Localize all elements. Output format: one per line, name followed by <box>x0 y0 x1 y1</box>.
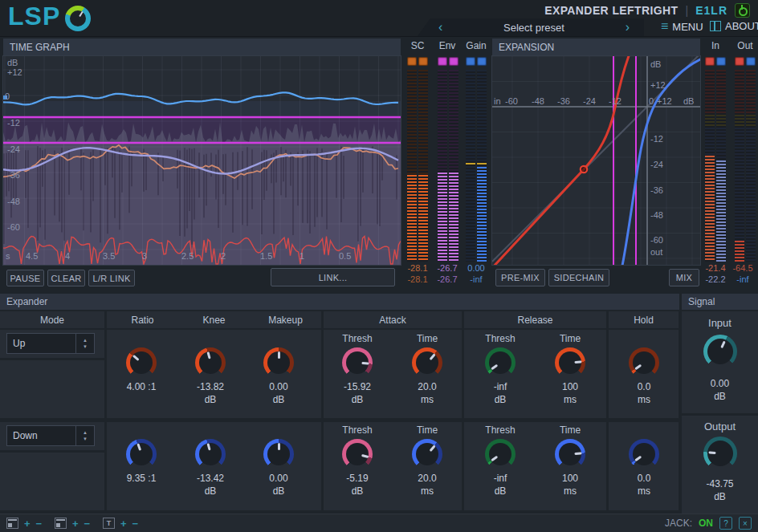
out-left-toggle[interactable] <box>735 57 744 66</box>
pre-mix-button[interactable]: PRE-MIX <box>495 269 545 286</box>
tg-db-label: -24 <box>7 144 20 154</box>
zoom-in-button[interactable]: + <box>24 518 31 529</box>
zoom-out-button[interactable]: − <box>132 518 139 529</box>
attack-thresh-value: -15.92 <box>344 381 371 394</box>
gain-right-toggle[interactable] <box>477 57 487 66</box>
ratio-cell: 4.00 :1 <box>107 331 176 407</box>
attack-thresh-knob[interactable] <box>342 439 373 469</box>
mix-button[interactable]: MIX <box>669 269 699 286</box>
exp-x-label: -48 <box>532 96 544 106</box>
attack-time-knob[interactable] <box>412 439 442 469</box>
hold-knob[interactable] <box>629 439 659 469</box>
tg-time-label: 3.5 <box>103 251 115 261</box>
release-thresh-cell: Thresh -inf dB <box>466 422 535 498</box>
out-right-toggle[interactable] <box>746 57 756 66</box>
makeup-knob[interactable] <box>263 347 294 378</box>
gain-meter-label: Gain <box>463 40 490 51</box>
sc-left-toggle[interactable] <box>407 57 417 66</box>
attack-time-cell: Time 20.0 ms <box>393 331 462 407</box>
release-thresh-value: -inf <box>494 381 507 394</box>
knee-cell: -13.82 dB <box>176 331 245 407</box>
mode-column-header: Mode <box>0 311 104 328</box>
tg-db-label: +12 <box>7 67 22 77</box>
ratio-knob[interactable] <box>126 439 157 469</box>
title-separator: | <box>686 4 689 17</box>
ratio-header: Ratio <box>107 315 178 326</box>
attack-time-unit: ms <box>421 485 434 498</box>
out-value-left: -64.5 <box>725 263 758 273</box>
jack-label: JACK: <box>665 518 692 529</box>
zoom-in-button[interactable]: + <box>120 518 127 529</box>
zoom-out-button[interactable]: − <box>36 518 43 529</box>
sidechain-button[interactable]: SIDECHAIN <box>548 269 609 286</box>
preset-select[interactable]: Select preset <box>446 22 621 34</box>
tg-db-label: -36 <box>7 170 20 180</box>
disconnect-button[interactable]: × <box>739 517 752 530</box>
release-time-knob[interactable] <box>555 439 585 469</box>
hold-knob[interactable] <box>629 347 659 378</box>
attack-time-unit: ms <box>421 394 434 407</box>
mode-select-down[interactable]: Down ▲▼ <box>6 425 95 446</box>
graph-zoom-icon <box>55 518 67 529</box>
gear-logo-icon <box>64 5 92 32</box>
output-gain-unit: dB <box>714 491 726 504</box>
attack-thresh-unit: dB <box>352 394 364 407</box>
zoom-in-button[interactable]: + <box>72 518 79 529</box>
env-left-toggle[interactable] <box>438 57 447 66</box>
preset-bar: ‹ Select preset › <box>418 18 644 36</box>
attack-time-knob[interactable] <box>412 347 442 378</box>
release-time-cell: Time 100 ms <box>536 331 605 407</box>
sc-right-toggle[interactable] <box>418 57 428 66</box>
release-thresh-cell: Thresh -inf dB <box>466 331 535 407</box>
preset-prev-button[interactable]: ‹ <box>435 21 446 34</box>
zoom-out-button[interactable]: − <box>84 518 91 529</box>
mode-select-up[interactable]: Up ▲▼ <box>6 333 95 354</box>
knee-unit: dB <box>205 394 217 407</box>
ratio-knob[interactable] <box>126 347 157 378</box>
release-thresh-knob[interactable] <box>485 347 516 378</box>
power-button[interactable] <box>735 3 750 18</box>
lr-link-button[interactable]: L/R LINK <box>88 270 135 286</box>
input-gain-knob[interactable] <box>703 335 737 368</box>
release-time-knob[interactable] <box>555 347 585 378</box>
attack-thresh-unit: dB <box>352 485 364 498</box>
expansion-graph[interactable]: in -60 -48 -36 -24 -12 0 +12 dB dB +12 -… <box>492 56 700 265</box>
tg-db-label: -60 <box>7 222 20 232</box>
output-label: Output <box>704 420 736 433</box>
makeup-unit: dB <box>273 394 285 407</box>
exp-y-label: +12 <box>650 80 666 90</box>
release-thresh-knob[interactable] <box>485 439 516 469</box>
knee-knob[interactable] <box>195 439 226 469</box>
preset-next-button[interactable]: › <box>622 21 633 34</box>
exp-x-label: -12 <box>609 96 621 106</box>
tg-db-label: -12 <box>7 118 20 128</box>
exp-y-label: -60 <box>650 235 663 245</box>
chevron-updown-icon: ▲▼ <box>75 426 94 445</box>
gain-left-toggle[interactable] <box>466 57 475 66</box>
makeup-knob[interactable] <box>263 439 294 469</box>
about-button[interactable]: ABOUT <box>710 20 758 32</box>
output-gain-knob[interactable] <box>703 437 737 470</box>
makeup-unit: dB <box>273 485 285 498</box>
in-right-toggle[interactable] <box>716 57 726 66</box>
knee-header: Knee <box>178 315 250 326</box>
attack-thresh-knob[interactable] <box>342 347 373 378</box>
link-button[interactable]: LINK... <box>271 268 395 286</box>
ratio-cell: 9.35 :1 <box>107 422 176 498</box>
knee-knob[interactable] <box>195 347 226 378</box>
tg-time-label: 2.5 <box>181 251 194 261</box>
in-left-toggle[interactable] <box>705 57 715 66</box>
status-bar: + − + − T + − JACK: ON ? × <box>0 514 758 532</box>
pause-button[interactable]: PAUSE <box>6 270 44 286</box>
plugin-title: EXPANDER LEFTRIGHT <box>544 4 678 17</box>
menu-button[interactable]: ≡ MENU <box>661 20 703 33</box>
menu-icon: ≡ <box>661 20 668 33</box>
help-button[interactable]: ? <box>719 517 732 530</box>
clear-button[interactable]: CLEAR <box>47 270 85 286</box>
exp-x-label: -36 <box>557 96 570 106</box>
sc-meter-left <box>407 70 417 262</box>
env-right-toggle[interactable] <box>449 57 458 66</box>
jack-state-badge: ON <box>699 518 713 529</box>
exp-y-label: -48 <box>650 210 663 220</box>
exp-x-label: in <box>494 96 501 106</box>
